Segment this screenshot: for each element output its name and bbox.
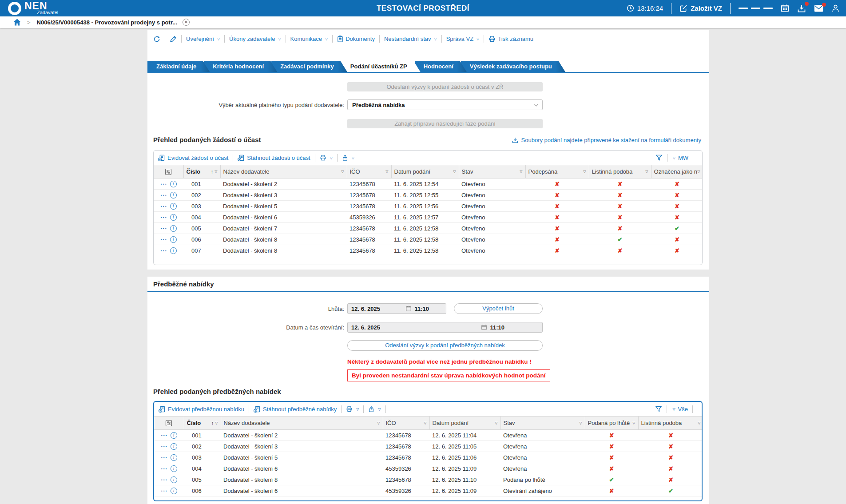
start-next-phase-button[interactable]: Zahájit přípravu následující fáze podání [347,119,543,128]
column-filter-icon[interactable]: ▽ [645,170,648,174]
menu-publish[interactable]: Uveřejnění▽ [186,36,220,42]
download-requests-button[interactable]: Stáhnout žádosti o účast [238,155,310,161]
filter-button[interactable] [655,155,663,161]
tab-vysledek[interactable]: Výsledek zadávacího postupu [461,61,565,72]
column-filter-icon[interactable]: ▽ [579,421,582,425]
submission-files-link[interactable]: Soubory podání najdete připravené ke sta… [512,137,701,143]
table-row[interactable]: ●●●i006Dodavatel - školení 64535932612. … [154,485,703,496]
tab-kriteria-hodnoceni[interactable]: Kritéria hodnocení [204,61,277,72]
table-row[interactable]: ●●●i006Dodavatel - školení 81234567811. … [154,234,703,245]
tab-hodnoceni[interactable]: Hodnocení [415,61,467,72]
row-menu-icon[interactable]: ●●● [160,216,167,218]
column-filter-icon[interactable]: ▽ [341,170,344,174]
info-icon[interactable]: i [170,192,177,198]
row-menu-icon[interactable]: ●●● [161,456,167,459]
column-filter-icon[interactable]: ▽ [698,421,700,425]
column-filter-icon[interactable]: ▽ [377,421,380,425]
tab-zakladni-udaje[interactable]: Základní údaje [147,61,210,72]
column-header[interactable]: Stav▽ [500,417,585,430]
info-icon[interactable]: i [171,432,177,439]
view-selector[interactable]: ▽ Vše [671,406,688,413]
column-filter-icon[interactable]: ▽ [520,170,522,174]
register-offer-button[interactable]: Evidovat předběžnou nabídku [159,406,244,413]
column-settings[interactable] [154,165,183,179]
column-settings-icon[interactable] [165,168,172,175]
calendar-button[interactable] [781,4,789,12]
info-icon[interactable]: i [171,476,177,483]
column-header[interactable]: IČO▽ [347,165,391,179]
user-button[interactable] [831,4,840,12]
deadline-input[interactable]: 12. 6. 2025 11:10 [347,303,446,314]
table-row[interactable]: ●●●i003Dodavatel - školení 51234567811. … [154,201,703,212]
column-filter-icon[interactable]: ▽ [632,421,635,425]
send-preliminary-invite-button[interactable]: Odeslání výzvy k podání předběžných nabí… [347,340,543,351]
column-filter-icon[interactable]: ▽ [214,170,217,174]
column-settings[interactable] [154,417,184,430]
row-menu-icon[interactable]: ●●● [161,467,167,470]
menu-manage-vz[interactable]: Správa VZ▽ [446,36,480,42]
print-grid-button[interactable]: ▽ [320,155,333,161]
column-header[interactable]: Stav▽ [459,165,525,179]
column-header[interactable]: Název dodavatele▽ [221,417,383,430]
table-row[interactable]: ●●●i005Dodavatel - školení 71234567811. … [154,223,703,234]
column-header[interactable]: Datum podání▽ [429,417,500,430]
table-row[interactable]: ●●●i001Dodavatel - školení 21234567812. … [154,430,703,441]
column-header[interactable]: Číslo↑▽ [183,165,220,179]
info-icon[interactable]: i [171,443,177,450]
column-header[interactable]: Listinná podoba▽ [638,417,703,430]
column-header[interactable]: Listinná podoba▽ [589,165,651,179]
row-menu-icon[interactable]: ●●● [160,238,167,241]
info-icon[interactable]: i [170,203,177,210]
menu-contractor-actions[interactable]: Úkony zadavatele▽ [229,36,281,42]
info-icon[interactable]: i [170,225,177,232]
column-settings-icon[interactable] [165,420,172,427]
info-icon[interactable]: i [171,465,177,472]
history-button[interactable] [153,36,160,43]
table-row[interactable]: ●●●i002Dodavatel - školení 31234567811. … [154,190,703,201]
table-row[interactable]: ●●●i002Dodavatel - školení 31234567812. … [154,441,703,452]
menu-nonstandard-state[interactable]: Nestandardní stav▽ [384,36,437,42]
download-offers-button[interactable]: Stáhnout předběžné nabídky [254,406,337,413]
close-record-icon[interactable]: ✕ [183,19,190,26]
info-icon[interactable]: i [170,181,177,187]
calendar-icon[interactable] [481,324,487,330]
column-filter-icon[interactable]: ▽ [424,421,426,425]
table-row[interactable]: ●●●i004Dodavatel - školení 64535932612. … [154,463,703,474]
export-grid-button[interactable]: ▽ [342,155,354,161]
print-record-button[interactable]: Tisk záznamu [489,36,533,42]
downloads-button[interactable] [797,4,806,13]
table-row[interactable]: ●●●i007Dodavatel - školení 81234567811. … [154,245,703,256]
column-filter-icon[interactable]: ▽ [495,421,497,425]
row-menu-icon[interactable]: ●●● [160,205,167,207]
submission-type-select[interactable]: Předběžná nabídka [347,99,543,110]
info-icon[interactable]: i [171,454,177,461]
column-filter-icon[interactable]: ▽ [215,421,218,425]
filter-button[interactable] [655,406,662,413]
calendar-icon[interactable] [405,306,412,312]
table-row[interactable]: ●●●i004Dodavatel - školení 64535932611. … [154,212,703,223]
record-title[interactable]: N006/25/V00005438 - Provozování prodejny… [37,19,177,26]
send-participation-request-button[interactable]: Odeslání výzvy k podání žádosti o účast … [347,82,543,91]
info-icon[interactable]: i [171,488,177,494]
row-menu-icon[interactable]: ●●● [160,227,167,230]
column-header[interactable]: Podaná po lhůtě▽ [585,417,638,430]
export-grid-button[interactable]: ▽ [368,406,381,413]
menu-communication[interactable]: Komunikace▽ [290,36,328,42]
register-request-button[interactable]: Evidovat žádost o účast [158,155,228,161]
opening-input[interactable]: 12. 6. 2025 11:10 [347,322,543,333]
menu-button[interactable] [739,6,773,10]
column-filter-icon[interactable]: ▽ [697,170,700,174]
column-header[interactable]: IČO▽ [383,417,429,430]
info-icon[interactable]: i [170,214,177,221]
tab-podani-ucastniku[interactable]: Podání účastníků ZP [342,61,421,72]
column-header[interactable]: Označena jako ne▽ [651,165,703,179]
tab-zadavaci-podminky[interactable]: Zadávací podmínky [271,61,347,72]
column-header[interactable]: Název dodavatele▽ [220,165,347,179]
home-button[interactable] [13,19,21,26]
table-row[interactable]: ●●●i001Dodavatel - školení 21234567811. … [154,179,703,190]
row-menu-icon[interactable]: ●●● [161,445,167,448]
column-header[interactable]: Datum podání▽ [391,165,459,179]
row-menu-icon[interactable]: ●●● [161,489,167,492]
row-menu-icon[interactable]: ●●● [161,434,167,437]
row-menu-icon[interactable]: ●●● [160,194,167,196]
